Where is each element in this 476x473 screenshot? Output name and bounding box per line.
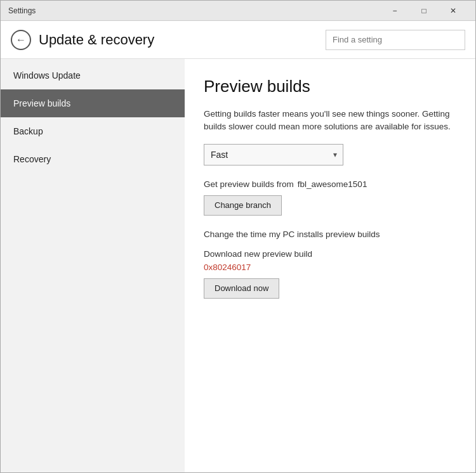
sidebar-item-recovery[interactable]: Recovery: [1, 145, 185, 173]
description-text: Getting builds faster means you'll see n…: [204, 108, 456, 134]
page-title: Preview builds: [204, 77, 456, 96]
maximize-button[interactable]: □: [409, 1, 439, 21]
main-content: Windows Update Preview builds Backup Rec…: [1, 59, 475, 472]
error-code: 0x80246017: [204, 262, 456, 272]
minimize-button[interactable]: −: [380, 1, 409, 21]
sidebar-label-windows-update: Windows Update: [13, 70, 81, 81]
speed-dropdown[interactable]: Fast Slow: [204, 144, 343, 165]
sidebar-label-backup: Backup: [13, 126, 43, 136]
back-button[interactable]: ←: [11, 30, 31, 50]
change-time-text[interactable]: Change the time my PC installs preview b…: [204, 230, 456, 239]
speed-dropdown-wrapper: Fast Slow ▾: [204, 144, 343, 165]
header-title: Update & recovery: [39, 32, 326, 48]
content-area: Preview builds Getting builds faster mea…: [185, 59, 475, 472]
title-bar-controls: − □ ✕: [380, 1, 468, 21]
download-now-button[interactable]: Download now: [204, 278, 279, 299]
sidebar-item-windows-update[interactable]: Windows Update: [1, 62, 185, 89]
change-branch-button[interactable]: Change branch: [204, 195, 282, 216]
sidebar-label-preview-builds: Preview builds: [13, 98, 70, 108]
sidebar-label-recovery: Recovery: [13, 154, 51, 164]
title-bar-text: Settings: [8, 6, 380, 15]
branch-value: fbl_awesome1501: [298, 179, 367, 189]
header-bar: ← Update & recovery: [1, 21, 475, 59]
download-section-title: Download new preview build: [204, 249, 456, 259]
title-bar: Settings − □ ✕: [1, 1, 475, 21]
branch-label: Get preview builds from: [204, 179, 294, 189]
back-arrow-icon: ←: [16, 35, 26, 45]
app-window: Settings − □ ✕ ← Update & recovery Windo…: [0, 0, 476, 473]
close-button[interactable]: ✕: [439, 1, 468, 21]
sidebar-item-preview-builds[interactable]: Preview builds: [1, 89, 185, 117]
branch-row: Get preview builds from fbl_awesome1501: [204, 179, 456, 189]
sidebar-item-backup[interactable]: Backup: [1, 117, 185, 145]
sidebar: Windows Update Preview builds Backup Rec…: [1, 59, 185, 472]
search-input[interactable]: [326, 30, 465, 50]
